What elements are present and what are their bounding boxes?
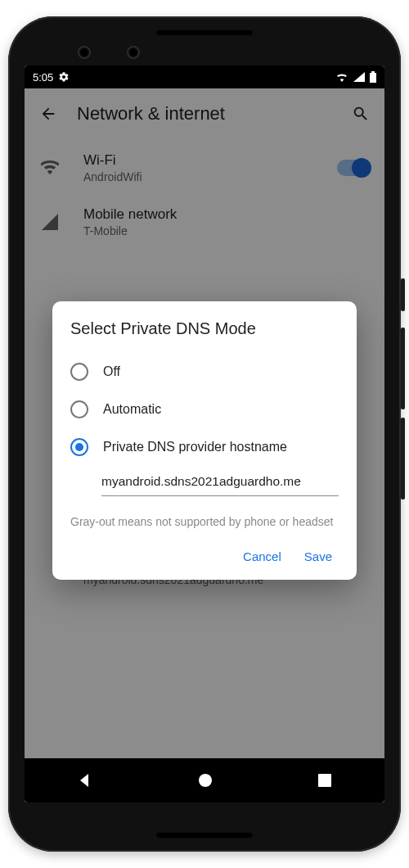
radio-icon	[70, 363, 88, 381]
radio-option-automatic[interactable]: Automatic	[70, 391, 339, 428]
screen: 5:05 Ne	[25, 66, 384, 802]
gear-icon	[58, 71, 70, 83]
radio-label: Off	[103, 364, 120, 379]
private-dns-dialog: Select Private DNS Mode Off Automatic Pr…	[52, 301, 357, 580]
front-sensor	[127, 46, 140, 59]
hostname-input[interactable]	[101, 469, 339, 496]
navigation-bar	[25, 758, 384, 802]
radio-icon	[70, 400, 88, 418]
speaker-bottom	[155, 832, 254, 839]
cancel-button[interactable]: Cancel	[243, 549, 281, 563]
nav-home-icon[interactable]	[197, 772, 213, 789]
status-bar: 5:05	[25, 66, 384, 88]
speaker-top	[155, 29, 254, 36]
phone-frame: 5:05 Ne	[8, 16, 401, 852]
dialog-actions: Cancel Save	[70, 530, 339, 572]
power-button	[401, 278, 405, 311]
battery-icon	[370, 71, 376, 83]
nav-back-icon[interactable]	[77, 772, 93, 789]
cell-signal-icon	[353, 72, 365, 82]
volume-up-button	[401, 328, 405, 409]
radio-icon	[70, 438, 88, 456]
svg-rect-1	[318, 774, 331, 787]
radio-label: Automatic	[103, 402, 161, 417]
dialog-title: Select Private DNS Mode	[70, 319, 339, 338]
wifi-icon	[335, 72, 348, 82]
save-button[interactable]: Save	[304, 549, 332, 563]
dialog-hint: Gray-out means not supported by phone or…	[70, 514, 339, 530]
radio-option-hostname[interactable]: Private DNS provider hostname	[70, 428, 339, 466]
volume-down-button	[401, 418, 405, 500]
settings-page: Network & internet Wi-Fi AndroidWifi	[25, 88, 384, 802]
nav-recents-icon[interactable]	[317, 773, 332, 788]
svg-point-0	[199, 774, 212, 787]
radio-option-off[interactable]: Off	[70, 353, 339, 391]
front-camera	[78, 46, 91, 59]
clock: 5:05	[33, 71, 53, 84]
radio-label: Private DNS provider hostname	[103, 440, 287, 454]
